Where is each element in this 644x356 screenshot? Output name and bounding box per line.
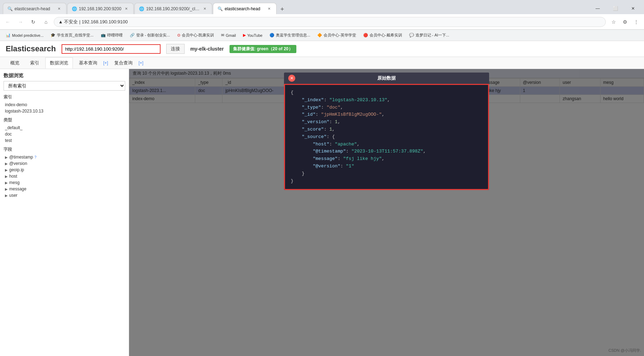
- bookmark-favicon-6: ✉: [221, 33, 224, 38]
- modal-close-button[interactable]: ✕: [288, 75, 295, 82]
- field-name-mesg: mesg: [9, 180, 19, 185]
- tab-bar: 🔍 elasticsearch-head ✕ 🌐 192.168.190.200…: [0, 0, 644, 14]
- bookmark-favicon-5: ⊙: [177, 33, 180, 38]
- sidebar-field-timestamp[interactable]: ▶ @timestamp ?: [4, 154, 125, 160]
- field-arrow-mesg: ▶: [5, 181, 8, 185]
- es-logo: Elasticsearch: [6, 44, 56, 53]
- bookmark-gmail[interactable]: ✉ Gmail: [218, 32, 239, 39]
- window-controls: — ⬜ ✕: [590, 3, 641, 14]
- bookmark-bilibili[interactable]: 📺 哔哩哔哩: [98, 31, 126, 39]
- bookmark-label-10: 会员中心-戴希实训: [370, 33, 402, 38]
- modal-content: { "_index": "logstash-2023.10.13", "_typ…: [284, 84, 489, 190]
- es-main: 数据浏览 所有索引 索引 index-demo logstash-2023.10…: [0, 69, 644, 356]
- tab-2-close[interactable]: ✕: [123, 6, 129, 12]
- sidebar-field-label: 字段: [4, 147, 125, 153]
- forward-button[interactable]: →: [16, 17, 25, 27]
- tab-1[interactable]: 🔍 elasticsearch-head ✕: [3, 3, 66, 14]
- tab-3-close[interactable]: ✕: [202, 6, 208, 12]
- address-input[interactable]: [54, 17, 606, 27]
- bookmark-yinghua[interactable]: 🔶 会员中心-英华学堂: [314, 31, 359, 39]
- tab-2-title: 192.168.190.200:9200: [79, 6, 121, 11]
- modal-title: 原始数据: [377, 75, 396, 81]
- index-select[interactable]: 所有索引: [4, 81, 125, 91]
- bookmark-youtube[interactable]: ▶ YouTube: [240, 32, 265, 39]
- sidebar-field-mesg[interactable]: ▶ mesg: [4, 179, 125, 186]
- sidebar-index-logstash[interactable]: logstash-2023.10.13: [4, 108, 125, 114]
- field-name-message: message: [9, 186, 27, 191]
- extension-button[interactable]: ⚙: [620, 17, 630, 27]
- tab-4[interactable]: 🔍 elasticsearch-head ✕: [213, 3, 277, 14]
- field-arrow-host: ▶: [5, 174, 8, 178]
- address-bar: ← → ↻ ⌂ ☆ ⚙ ⋮: [0, 14, 644, 30]
- field-arrow-version: ▶: [5, 162, 8, 166]
- modal-dialog: ✕ 原始数据 { "_index": "logstash-2023.10.13"…: [284, 73, 489, 190]
- bookmark-favicon-11: 💬: [409, 33, 414, 38]
- nav-tab-overview[interactable]: 概览: [6, 57, 24, 69]
- bookmark-favicon-9: 🔶: [317, 33, 322, 38]
- tab-1-close[interactable]: ✕: [56, 6, 62, 12]
- back-button[interactable]: ←: [3, 17, 13, 27]
- sidebar-field-host[interactable]: ▶ host: [4, 173, 125, 179]
- nav-tab-basic-query[interactable]: 基本查询: [74, 57, 102, 69]
- es-connect-button[interactable]: 连接: [166, 44, 185, 54]
- bookmark-button[interactable]: ☆: [609, 17, 619, 27]
- field-arrow-user: ▶: [5, 194, 8, 197]
- es-health-badge: 集群健康值: green（20 of 20）: [230, 45, 296, 53]
- nav-add-basic[interactable]: [+]: [103, 61, 108, 65]
- json-viewer: { "_index": "logstash-2023.10.13", "_typ…: [291, 89, 482, 185]
- sidebar-field-geoip[interactable]: ▶ geoip.ip: [4, 167, 125, 173]
- bookmark-kaichang[interactable]: ⊙ 会员中心-凯康实训: [174, 31, 217, 39]
- tab-3[interactable]: 🌐 192.168.190.200:9200/_cluste ✕: [134, 3, 212, 14]
- close-window-button[interactable]: ✕: [625, 3, 641, 14]
- sidebar-type-test[interactable]: test: [4, 137, 125, 144]
- home-button[interactable]: ⌂: [41, 17, 51, 27]
- bookmark-favicon-10: 🔴: [363, 33, 368, 38]
- nav-tab-databrowse[interactable]: 数据浏览: [45, 57, 73, 69]
- es-sidebar: 数据浏览 所有索引 索引 index-demo logstash-2023.10…: [0, 69, 129, 356]
- nav-add-complex[interactable]: [+]: [139, 61, 144, 65]
- menu-button[interactable]: ⋮: [631, 17, 641, 27]
- tab-3-favicon: 🌐: [139, 6, 144, 11]
- sidebar-type-doc[interactable]: doc: [4, 131, 125, 137]
- minimize-button[interactable]: —: [590, 3, 606, 14]
- sidebar-type-group: 类型 _default_ doc test: [4, 117, 125, 144]
- es-nav: 概览 索引 数据浏览 基本查询 [+] 复合查询 [+]: [0, 57, 644, 69]
- sidebar-field-user[interactable]: ▶ user: [4, 192, 125, 199]
- modal-overlay: ✕ 原始数据 { "_index": "logstash-2023.10.13"…: [129, 69, 644, 356]
- sidebar-field-group: 字段 ▶ @timestamp ? ▶ @version ▶ geoip.ip …: [4, 147, 125, 199]
- sidebar-field-message[interactable]: ▶ message: [4, 186, 125, 192]
- new-tab-button[interactable]: +: [277, 4, 287, 14]
- bookmark-label-11: 造梦日记 - AI一下...: [416, 33, 449, 38]
- bookmark-label-2: 学生首页_在线学堂...: [57, 33, 93, 38]
- field-name-geoip: geoip.ip: [9, 167, 24, 172]
- bookmark-favicon-4: 🔗: [130, 33, 135, 38]
- bookmark-favicon-3: 📺: [101, 33, 106, 38]
- field-question-timestamp: ?: [35, 155, 37, 159]
- bookmark-daixi[interactable]: 🔴 会员中心-戴希实训: [360, 31, 405, 39]
- app-content: Elasticsearch 连接 my-elk-cluster 集群健康值: g…: [0, 41, 644, 356]
- bookmark-student[interactable]: 🎓 学生首页_在线学堂...: [48, 31, 96, 39]
- es-url-input[interactable]: [62, 44, 161, 54]
- maximize-button[interactable]: ⬜: [607, 3, 623, 14]
- tab-2[interactable]: 🌐 192.168.190.200:9200 ✕: [67, 3, 134, 14]
- bookmark-label-3: 哔哩哔哩: [107, 33, 123, 38]
- reload-button[interactable]: ↻: [28, 17, 38, 27]
- field-name-user: user: [9, 193, 17, 198]
- tab-1-favicon: 🔍: [7, 6, 12, 11]
- sidebar-index-group: 索引 index-demo logstash-2023.10.13: [4, 94, 125, 114]
- bookmark-login[interactable]: 🔗 登录 - 创新创业实...: [127, 31, 173, 39]
- sidebar-index-label: 索引: [4, 94, 125, 100]
- tab-4-close[interactable]: ✕: [266, 6, 272, 12]
- modal-titlebar: ✕ 原始数据: [284, 73, 489, 84]
- bookmark-favicon-7: ▶: [243, 33, 246, 38]
- sidebar-index-demo[interactable]: index-demo: [4, 102, 125, 108]
- bookmark-zaomeng[interactable]: 💬 造梦日记 - AI一下...: [406, 31, 452, 39]
- bookmark-model-predictive[interactable]: 📊 Model predictive...: [3, 32, 46, 39]
- sidebar-field-version[interactable]: ▶ @version: [4, 160, 125, 167]
- sidebar-type-default[interactable]: _default_: [4, 125, 125, 131]
- nav-tab-index[interactable]: 索引: [25, 57, 44, 69]
- bookmark-favicon-2: 🎓: [51, 33, 56, 38]
- es-header: Elasticsearch 连接 my-elk-cluster 集群健康值: g…: [0, 41, 644, 57]
- bookmark-aolan[interactable]: 🔵 奥蓝学生管理信息...: [267, 31, 313, 39]
- nav-tab-complex-query[interactable]: 复合查询: [110, 57, 137, 69]
